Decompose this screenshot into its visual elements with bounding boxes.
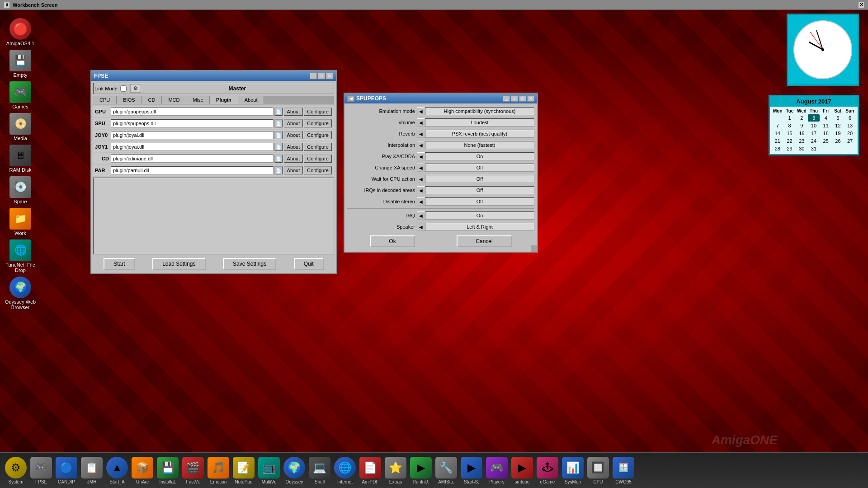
spupeops-minimize-btn[interactable]: _ bbox=[503, 95, 510, 102]
cal-day[interactable]: 9 bbox=[796, 122, 807, 129]
taskbar-item-egame[interactable]: 🕹 eGame bbox=[536, 457, 559, 484]
cal-day[interactable] bbox=[772, 114, 783, 122]
taskbar-item-cwo95[interactable]: 🪟 CWO95 bbox=[612, 457, 635, 484]
cal-day[interactable]: 19 bbox=[832, 130, 844, 137]
taskbar-item-emotion[interactable]: 🎵 Emotion bbox=[207, 457, 230, 484]
cal-day[interactable]: 13 bbox=[844, 122, 856, 129]
cal-day[interactable]: 18 bbox=[820, 130, 832, 137]
taskbar-item-start-a[interactable]: ▲ Start_A bbox=[106, 457, 128, 484]
taskbar-item-internet[interactable]: 🌐 Internet bbox=[334, 457, 356, 484]
taskbar-item-cpu[interactable]: 🔲 CPU bbox=[587, 457, 609, 484]
cal-day[interactable]: 21 bbox=[772, 137, 783, 145]
plugin-configure-btn-spu[interactable]: Configure bbox=[304, 119, 332, 127]
tab-cpu[interactable]: CPU bbox=[93, 96, 117, 104]
cal-day[interactable]: 24 bbox=[808, 137, 820, 145]
cal-day[interactable]: 4 bbox=[820, 114, 832, 122]
taskbar-item-notepad[interactable]: 📝 NotePad bbox=[232, 457, 255, 484]
cal-day[interactable]: 22 bbox=[784, 137, 796, 145]
fpse-save-btn[interactable]: Save Settings bbox=[223, 258, 276, 270]
plugin-file-btn-par[interactable]: 📄 bbox=[274, 166, 283, 174]
taskbar-item-smtube[interactable]: ▶ smtube bbox=[511, 457, 533, 484]
fpse-maximize-btn[interactable]: □ bbox=[318, 73, 325, 79]
spu-arrow-xa-speed[interactable]: ◀ bbox=[417, 164, 425, 172]
sidebar-item-amigaos[interactable]: 🔴 AmigaOS4.1 bbox=[2, 18, 38, 46]
plugin-file-btn-joy1[interactable]: 📄 bbox=[274, 143, 283, 151]
spu-arrow-interpolation[interactable]: ◀ bbox=[417, 141, 425, 149]
plugin-configure-btn-cd[interactable]: Configure bbox=[304, 155, 332, 163]
plugin-configure-btn-joy0[interactable]: Configure bbox=[304, 131, 332, 139]
cal-day[interactable]: 20 bbox=[844, 130, 856, 137]
fpse-close-btn[interactable]: ✕ bbox=[326, 73, 333, 79]
cal-day[interactable]: 28 bbox=[772, 145, 783, 152]
cal-day[interactable]: 17 bbox=[808, 130, 820, 137]
spupeops-close-btn[interactable]: ✕ bbox=[527, 95, 534, 102]
tab-plugin[interactable]: Plugin bbox=[210, 96, 238, 104]
taskbar-item-runinu[interactable]: ▶ RunInU. bbox=[410, 457, 432, 484]
plugin-about-btn-joy0[interactable]: About bbox=[284, 131, 303, 139]
tab-bios[interactable]: BIOS bbox=[117, 96, 142, 104]
cal-day[interactable]: 6 bbox=[844, 114, 856, 122]
plugin-file-btn-cd[interactable]: 📄 bbox=[274, 155, 283, 163]
spu-arrow-disable-stereo[interactable]: ◀ bbox=[417, 197, 425, 206]
taskbar-item-amisto[interactable]: 🔧 AMISto. bbox=[435, 457, 458, 484]
taskbar-item-sysmon[interactable]: 📊 SysMon bbox=[561, 457, 584, 484]
cal-day[interactable]: 11 bbox=[820, 122, 832, 129]
sidebar-item-ramdisk[interactable]: 🖥 RAM Disk bbox=[2, 145, 38, 173]
spu-cancel-btn[interactable]: Cancel bbox=[457, 235, 511, 247]
spupeops-maximize-btn[interactable]: □ bbox=[519, 95, 526, 102]
cal-day[interactable]: 31 bbox=[808, 145, 820, 152]
plugin-file-btn-gpu[interactable]: 📄 bbox=[274, 108, 283, 116]
cal-day[interactable]: 10 bbox=[808, 122, 820, 129]
tab-about[interactable]: About bbox=[238, 96, 264, 104]
fpse-toolbar-settings-btn[interactable]: ⚙ bbox=[130, 84, 141, 93]
cal-day[interactable]: 29 bbox=[784, 145, 796, 152]
cal-day[interactable]: 14 bbox=[772, 130, 783, 137]
spupeops-left-btn[interactable]: ◀ bbox=[347, 95, 354, 102]
plugin-about-btn-gpu[interactable]: About bbox=[284, 108, 303, 116]
sidebar-item-odyssey[interactable]: 🌍 Odyssey Web Browser bbox=[2, 277, 38, 310]
spupeops-titlebar[interactable]: ◀ SPUPEOPS _ ↕ □ ✕ bbox=[344, 94, 537, 103]
taskbar-item-amipdf[interactable]: 📄 AmiPDF bbox=[359, 457, 382, 484]
fpse-load-btn[interactable]: Load Settings bbox=[152, 258, 205, 270]
cal-day[interactable]: 7 bbox=[772, 122, 783, 129]
tab-mcd[interactable]: MCD bbox=[162, 96, 186, 104]
taskbar-item-shell[interactable]: 💻 Shell bbox=[308, 457, 331, 484]
fpse-quit-btn[interactable]: Quit bbox=[294, 258, 324, 270]
taskbar-item-odyssey-tb[interactable]: 🌍 Odyssey bbox=[283, 457, 306, 484]
cal-day[interactable]: 23 bbox=[796, 137, 807, 145]
taskbar-item-extras[interactable]: ⭐ Extras bbox=[384, 457, 407, 484]
plugin-about-btn-joy1[interactable]: About bbox=[284, 143, 303, 151]
plugin-about-btn-par[interactable]: About bbox=[284, 166, 303, 174]
spu-arrow-irqs-decoded[interactable]: ◀ bbox=[417, 186, 425, 194]
sidebar-item-empty[interactable]: 💾 Empty bbox=[2, 50, 38, 78]
plugin-file-btn-joy0[interactable]: 📄 bbox=[274, 131, 283, 139]
cal-day[interactable]: 12 bbox=[832, 122, 844, 129]
cal-day[interactable]: 2 bbox=[796, 114, 807, 122]
plugin-configure-btn-joy1[interactable]: Configure bbox=[304, 143, 332, 151]
taskbar-item-fastvi[interactable]: 🎬 FastVi. bbox=[182, 457, 204, 484]
taskbar-item-candip[interactable]: 🔵 CANDIP bbox=[55, 457, 78, 484]
cal-day[interactable]: 8 bbox=[784, 122, 796, 129]
taskbar-item-multivi[interactable]: 📺 MultiVi. bbox=[258, 457, 280, 484]
spu-arrow-irq[interactable]: ◀ bbox=[417, 211, 425, 220]
link-mode-checkbox[interactable] bbox=[120, 85, 127, 92]
spu-arrow-reverb[interactable]: ◀ bbox=[417, 130, 425, 138]
taskbar-item-start-s[interactable]: ▶ Start-S. bbox=[460, 457, 483, 484]
title-bar-close-btn[interactable]: ✕ bbox=[858, 2, 864, 8]
taskbar-item-unarc[interactable]: 📦 UnArc bbox=[131, 457, 154, 484]
taskbar-item-installat[interactable]: 💾 Installat. bbox=[156, 457, 179, 484]
cal-day[interactable]: 5 bbox=[832, 114, 844, 122]
sidebar-item-tunenet[interactable]: 🌐 TuneNet: File Drop bbox=[2, 239, 38, 273]
spu-arrow-cpu-action[interactable]: ◀ bbox=[417, 175, 425, 183]
cal-day[interactable]: 16 bbox=[796, 130, 807, 137]
cal-day[interactable]: 25 bbox=[820, 137, 832, 145]
spu-arrow-speaker[interactable]: ◀ bbox=[417, 223, 425, 231]
tab-cd[interactable]: CD bbox=[142, 96, 162, 104]
sidebar-item-media[interactable]: 📀 Media bbox=[2, 113, 38, 141]
spupeops-restore-btn[interactable]: ↕ bbox=[511, 95, 518, 102]
sidebar-item-spare[interactable]: 💽 Spare bbox=[2, 176, 38, 204]
cal-day-today[interactable]: 3 bbox=[808, 114, 820, 122]
plugin-configure-btn-gpu[interactable]: Configure bbox=[304, 108, 332, 116]
taskbar-item-players[interactable]: 🎮 Players bbox=[486, 457, 508, 484]
taskbar-item-jmh[interactable]: 📋 JMH bbox=[80, 457, 103, 484]
